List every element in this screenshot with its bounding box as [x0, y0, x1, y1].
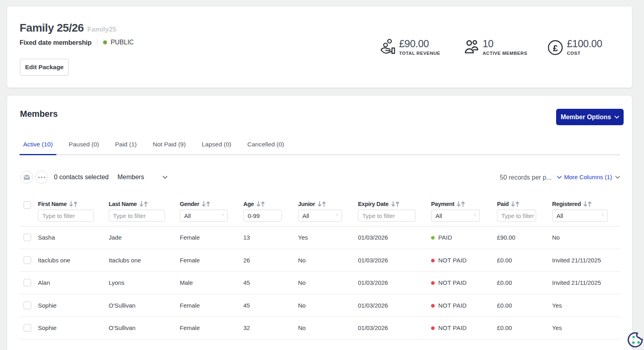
svg-text:£: £ — [553, 43, 558, 53]
